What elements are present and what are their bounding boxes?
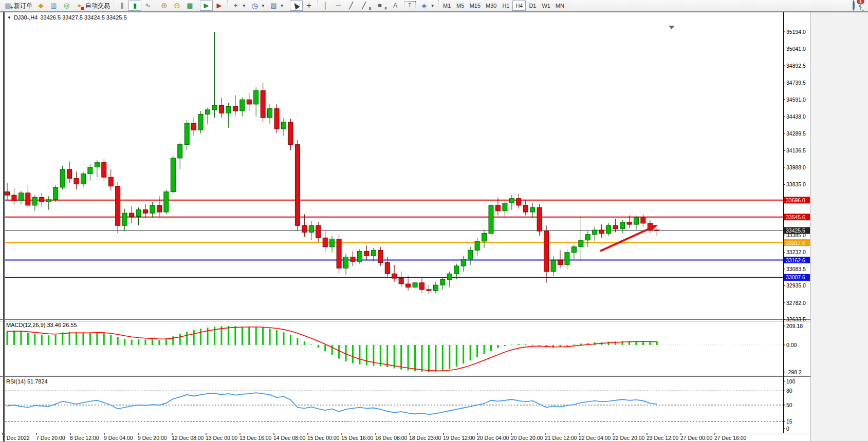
timeframe-button-h4[interactable]: H4	[512, 1, 526, 11]
symbol-label: DJ30-,H4	[14, 14, 38, 21]
chart-title[interactable]: ▼ DJ30-,H4 33426.5 33427.5 33424.5 33425…	[7, 14, 127, 21]
candle	[655, 230, 659, 230]
candle	[254, 91, 258, 104]
tile-windows-button[interactable]: ▦	[183, 1, 196, 11]
macd-bar	[608, 342, 610, 345]
candle	[537, 207, 542, 231]
candle	[150, 205, 155, 213]
svg-text:7 Dec 2022: 7 Dec 2022	[2, 435, 30, 441]
timeframe-button-w1[interactable]: W1	[539, 1, 553, 11]
timeframe-button-h1[interactable]: H1	[499, 1, 512, 11]
svg-text:19 Dec 12:00: 19 Dec 12:00	[443, 435, 475, 441]
svg-text:32633.5: 32633.5	[786, 316, 806, 322]
chevron-down-icon: ▼	[261, 4, 265, 8]
candlestick-chart-button[interactable]: ▮	[128, 1, 141, 11]
macd-bar	[318, 345, 319, 348]
svg-text:33988.0: 33988.0	[786, 164, 806, 170]
notifications-button[interactable]: 1	[860, 1, 861, 10]
new-order-button[interactable]: ▤+ 新订单	[2, 1, 34, 11]
timeframe-button-m30[interactable]: M30	[483, 1, 499, 11]
macd-bar	[615, 341, 616, 345]
text-label-button[interactable]: T	[402, 1, 418, 11]
candle	[489, 205, 493, 234]
macd-bar	[117, 337, 119, 345]
data-window-button[interactable]: ▥	[47, 1, 60, 11]
candle	[634, 218, 638, 224]
candle	[5, 192, 10, 196]
zoom-in-icon: ⊕	[160, 2, 169, 10]
chart-shift-button[interactable]: ▶	[213, 1, 226, 11]
macd-bar	[518, 344, 520, 345]
periods-button[interactable]: ◷▼	[248, 1, 267, 11]
candle	[274, 109, 279, 129]
timeframe-button-d1[interactable]: D1	[526, 1, 539, 11]
data-window-icon: ▥	[49, 2, 58, 10]
arrows-button[interactable]: ◈▼	[418, 1, 437, 11]
timeframe-button-m1[interactable]: M1	[440, 1, 454, 11]
svg-text:33007.6: 33007.6	[786, 274, 805, 280]
trade-group: ▤+ 新订单 ◆ ▥ ◎ ● 自动交易	[0, 0, 114, 11]
cursor-button[interactable]	[290, 1, 303, 11]
timeframe-button-m5[interactable]: M5	[454, 1, 467, 11]
svg-text:-298.2: -298.2	[786, 369, 802, 375]
ohlc-values: 33426.5 33427.5 33424.5 33425.5	[40, 14, 126, 21]
macd-bar	[463, 345, 464, 363]
macd-bar	[400, 345, 402, 370]
insert-group: +▼ ◷▼ ▧▼	[227, 0, 288, 11]
macd-bar	[242, 326, 243, 345]
pointer-group: +	[288, 0, 317, 11]
vertical-line-button[interactable]: │	[319, 1, 332, 11]
candle	[143, 210, 148, 214]
macd-bar	[511, 344, 512, 345]
crosshair-button[interactable]: +	[303, 1, 316, 11]
candle	[495, 205, 500, 211]
candle	[309, 225, 313, 232]
app-background-strip	[810, 12, 868, 442]
chart-canvas[interactable]: 33696.033545.633425.533317.633162.633007…	[0, 0, 868, 442]
bar-chart-button[interactable]: ∥	[116, 1, 128, 11]
macd-bar	[110, 335, 112, 345]
macd-bar	[228, 326, 229, 345]
candle	[316, 225, 321, 238]
market-watch-button[interactable]: ◆	[34, 1, 47, 11]
macd-bar	[41, 335, 43, 345]
candle	[219, 105, 224, 113]
macd-bar	[48, 335, 49, 345]
macd-bar	[456, 345, 457, 367]
search-button[interactable]	[853, 1, 855, 10]
channel-button[interactable]: ╱E	[358, 1, 374, 11]
candle	[12, 195, 16, 201]
macd-bar	[290, 335, 291, 345]
fibonacci-button[interactable]: ≡F	[373, 1, 389, 11]
svg-text:20 Dec 20:00: 20 Dec 20:00	[511, 435, 543, 441]
svg-text:0: 0	[786, 426, 789, 432]
zoom-out-button[interactable]: ⊖	[171, 1, 183, 11]
candle	[198, 114, 203, 130]
zoom-out-icon: ⊖	[173, 2, 181, 10]
candle	[171, 158, 175, 192]
horizontal-line-button[interactable]: ─	[332, 1, 345, 11]
svg-text:18 Dec 23:00: 18 Dec 23:00	[409, 435, 441, 441]
templates-button[interactable]: ▧▼	[267, 1, 286, 11]
signals-button[interactable]: ◎	[60, 1, 73, 11]
candle	[164, 192, 169, 212]
candle	[46, 200, 51, 202]
zoom-in-button[interactable]: ⊕	[158, 1, 171, 11]
text-button[interactable]: A	[389, 1, 402, 11]
trendline-button[interactable]: ╱	[345, 1, 358, 11]
macd-bar	[158, 340, 160, 345]
tile-windows-icon: ▦	[186, 2, 194, 10]
macd-bar	[566, 345, 568, 345]
svg-text:9 Dec 20:00: 9 Dec 20:00	[138, 435, 167, 441]
auto-scroll-button[interactable]: ▶	[200, 1, 213, 11]
candle	[420, 283, 424, 290]
candle	[413, 283, 417, 287]
auto-trading-button[interactable]: ● 自动交易	[73, 1, 112, 11]
line-chart-button[interactable]: ∿	[141, 1, 154, 11]
timeframe-button-mn[interactable]: MN	[553, 1, 567, 11]
macd-bar	[234, 326, 236, 345]
timeframe-button-m15[interactable]: M15	[467, 1, 483, 11]
candle	[226, 106, 231, 113]
macd-bar	[352, 345, 354, 363]
indicators-button[interactable]: +▼	[229, 1, 248, 11]
